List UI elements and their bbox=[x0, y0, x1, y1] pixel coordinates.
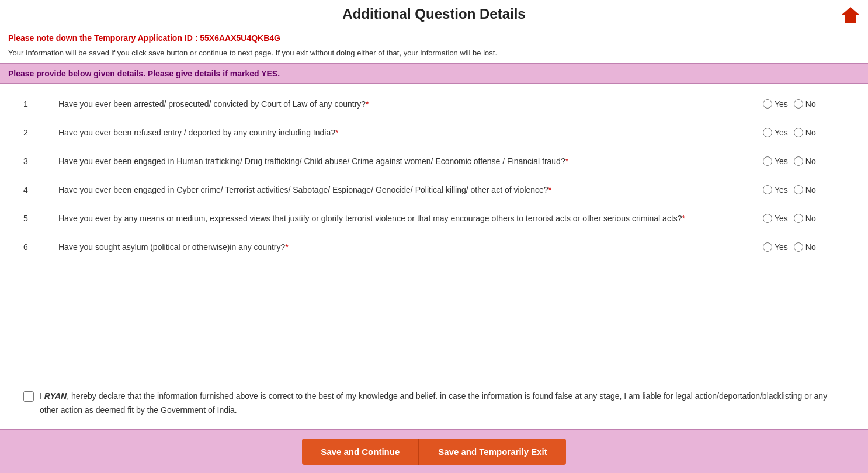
q-number-3: 3 bbox=[23, 155, 58, 166]
q2-no-label: No bbox=[805, 128, 816, 137]
svg-rect-1 bbox=[848, 19, 853, 23]
q3-yes-radio[interactable] bbox=[763, 156, 772, 166]
question-row-1: 1 Have you ever been arrested/ prosecute… bbox=[23, 90, 845, 119]
question-row-3: 3 Have you ever been engaged in Human tr… bbox=[23, 147, 845, 176]
header: Additional Question Details bbox=[0, 0, 868, 27]
q1-no-radio[interactable] bbox=[794, 99, 803, 109]
q2-yes-option[interactable]: Yes bbox=[763, 128, 788, 137]
info-text: Your Information will be saved if you cl… bbox=[0, 46, 868, 63]
page-wrapper: Additional Question Details Please note … bbox=[0, 0, 868, 473]
q1-no-label: No bbox=[805, 99, 816, 109]
q5-no-label: No bbox=[805, 214, 816, 223]
q1-yes-option[interactable]: Yes bbox=[763, 99, 788, 109]
q3-yes-option[interactable]: Yes bbox=[763, 156, 788, 166]
declaration-text: I RYAN, hereby declare that the informat… bbox=[23, 389, 845, 418]
q5-yes-radio[interactable] bbox=[763, 214, 772, 223]
q6-yes-radio[interactable] bbox=[763, 242, 772, 252]
question-row-5: 5 Have you ever by any means or medium, … bbox=[23, 204, 845, 233]
save-continue-button[interactable]: Save and Continue bbox=[302, 439, 418, 465]
required-marker-4: * bbox=[548, 185, 551, 194]
q3-yes-label: Yes bbox=[775, 156, 788, 166]
q4-no-option[interactable]: No bbox=[794, 185, 816, 194]
declaration-section: I RYAN, hereby declare that the informat… bbox=[0, 380, 868, 429]
question-row-6: 6 Have you sought asylum (political or o… bbox=[23, 233, 845, 262]
q-text-6: Have you sought asylum (political or oth… bbox=[58, 241, 763, 253]
declaration-content: I RYAN, hereby declare that the informat… bbox=[40, 389, 845, 418]
q3-no-option[interactable]: No bbox=[794, 156, 816, 166]
q4-no-radio[interactable] bbox=[794, 185, 803, 194]
required-marker-2: * bbox=[335, 128, 338, 137]
declaration-checkbox[interactable] bbox=[23, 391, 34, 402]
q4-yes-label: Yes bbox=[775, 185, 788, 194]
temp-id-label: Please note down the Temporary Applicati… bbox=[8, 33, 197, 43]
question-row-2: 2 Have you ever been refused entry / dep… bbox=[23, 119, 845, 147]
page-title: Additional Question Details bbox=[0, 6, 868, 22]
q-options-1: Yes No bbox=[763, 98, 845, 109]
q1-yes-radio[interactable] bbox=[763, 99, 772, 109]
save-exit-button[interactable]: Save and Temporarily Exit bbox=[418, 439, 565, 465]
q2-yes-label: Yes bbox=[775, 128, 788, 137]
q4-yes-option[interactable]: Yes bbox=[763, 185, 788, 194]
q-number-2: 2 bbox=[23, 127, 58, 137]
q6-no-label: No bbox=[805, 242, 816, 252]
q-text-2: Have you ever been refused entry / depor… bbox=[58, 127, 763, 139]
declaration-username: RYAN bbox=[44, 391, 67, 401]
section-header: Please provide below given details. Plea… bbox=[0, 63, 868, 84]
q-options-3: Yes No bbox=[763, 155, 845, 166]
q-text-5: Have you ever by any means or medium, ex… bbox=[58, 213, 763, 225]
required-marker-3: * bbox=[565, 156, 568, 166]
footer-buttons: Save and Continue Save and Temporarily E… bbox=[0, 429, 868, 473]
q2-yes-radio[interactable] bbox=[763, 128, 772, 137]
q-text-4: Have you ever been engaged in Cyber crim… bbox=[58, 184, 763, 196]
question-row-4: 4 Have you ever been engaged in Cyber cr… bbox=[23, 176, 845, 204]
q4-no-label: No bbox=[805, 185, 816, 194]
q6-no-radio[interactable] bbox=[794, 242, 803, 252]
q-options-4: Yes No bbox=[763, 184, 845, 194]
declaration-suffix: , hereby declare that the information fu… bbox=[40, 391, 827, 415]
q-text-1: Have you ever been arrested/ prosecuted/… bbox=[58, 98, 763, 110]
temp-id-bar: Please note down the Temporary Applicati… bbox=[0, 27, 868, 46]
q5-no-radio[interactable] bbox=[794, 214, 803, 223]
q3-no-radio[interactable] bbox=[794, 156, 803, 166]
q6-yes-label: Yes bbox=[775, 242, 788, 252]
q2-no-option[interactable]: No bbox=[794, 128, 816, 137]
required-marker-5: * bbox=[682, 214, 685, 223]
required-marker-6: * bbox=[285, 242, 288, 252]
q2-no-radio[interactable] bbox=[794, 128, 803, 137]
q-options-6: Yes No bbox=[763, 241, 845, 252]
q-number-1: 1 bbox=[23, 98, 58, 109]
q6-no-option[interactable]: No bbox=[794, 242, 816, 252]
q-number-4: 4 bbox=[23, 184, 58, 194]
q4-yes-radio[interactable] bbox=[763, 185, 772, 194]
temp-id-value: 55X6AAX5U4QKB4G bbox=[200, 33, 280, 43]
required-marker-1: * bbox=[366, 99, 369, 109]
q-number-6: 6 bbox=[23, 241, 58, 252]
q5-no-option[interactable]: No bbox=[794, 214, 816, 223]
q-number-5: 5 bbox=[23, 213, 58, 223]
q1-yes-label: Yes bbox=[775, 99, 788, 109]
q5-yes-option[interactable]: Yes bbox=[763, 214, 788, 223]
q1-no-option[interactable]: No bbox=[794, 99, 816, 109]
home-icon[interactable] bbox=[840, 5, 861, 26]
q-text-3: Have you ever been engaged in Human traf… bbox=[58, 155, 763, 168]
q-options-5: Yes No bbox=[763, 213, 845, 223]
q-options-2: Yes No bbox=[763, 127, 845, 137]
questions-area: 1 Have you ever been arrested/ prosecute… bbox=[0, 84, 868, 380]
q5-yes-label: Yes bbox=[775, 214, 788, 223]
q3-no-label: No bbox=[805, 156, 816, 166]
declaration-prefix: I bbox=[40, 391, 44, 401]
q6-yes-option[interactable]: Yes bbox=[763, 242, 788, 252]
